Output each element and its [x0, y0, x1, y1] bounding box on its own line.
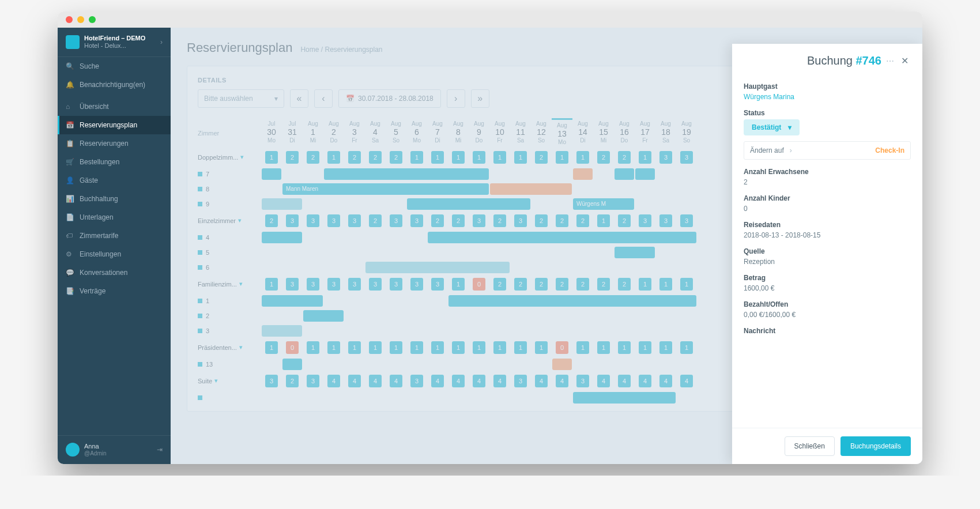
- search-icon: 🔍: [66, 62, 74, 70]
- source-value: Rezeption: [744, 258, 911, 266]
- panel-title: Buchung #746: [744, 54, 881, 67]
- brand-logo-icon: [66, 35, 80, 49]
- status-dropdown[interactable]: Bestätigt ▾: [744, 119, 800, 135]
- sidebar-item-verträge[interactable]: 📑Verträge: [58, 282, 171, 300]
- chevron-down-icon: ▾: [788, 123, 791, 131]
- chevron-right-icon: ›: [790, 146, 792, 154]
- sidebar-item-label: Konversationen: [80, 269, 127, 277]
- user-role: @Admin: [84, 450, 107, 457]
- status-value: Bestätigt: [752, 123, 781, 131]
- nav-icon: ⌂: [66, 103, 74, 111]
- sidebar-search[interactable]: 🔍 Suche: [58, 57, 171, 76]
- close-icon[interactable]: ✕: [899, 55, 911, 66]
- sidebar-item-buchhaltung[interactable]: 📊Buchhaltung: [58, 190, 171, 208]
- window-minimize-icon[interactable]: [77, 16, 84, 23]
- bell-icon: 🔔: [66, 81, 74, 89]
- checkin-button[interactable]: Check-In: [875, 146, 904, 154]
- nav-icon: 💬: [66, 269, 74, 277]
- nav-icon: 📄: [66, 213, 74, 221]
- adults-value: 2: [744, 178, 911, 186]
- more-icon[interactable]: ⋯: [886, 56, 894, 66]
- paid-label: Bezahlt/Offen: [744, 300, 911, 308]
- sidebar-item-label: Bestellungen: [80, 158, 119, 166]
- change-status-row: Ändern auf › Check-In: [744, 141, 911, 160]
- sidebar-item-reservierungen[interactable]: 📋Reservierungen: [58, 134, 171, 153]
- sidebar-item-label: Reservierungsplan: [80, 121, 137, 129]
- paid-value: 0,00 €/1600,00 €: [744, 311, 911, 319]
- sidebar-item-reservierungsplan[interactable]: 📅Reservierungsplan: [58, 116, 171, 134]
- sidebar-item-label: Gäste: [80, 176, 98, 184]
- travel-dates-value: 2018-08-13 - 2018-08-15: [744, 231, 911, 239]
- nav-icon: 📋: [66, 139, 74, 148]
- hotel-name: Hotel - Delux...: [84, 42, 156, 50]
- nav-icon: 🏷: [66, 232, 74, 240]
- children-label: Anzahl Kinder: [744, 194, 911, 202]
- sidebar-notifications[interactable]: 🔔 Benachrichtigung(en): [58, 76, 171, 94]
- nav-icon: 👤: [66, 176, 74, 184]
- booking-details-button[interactable]: Buchungsdetails: [840, 436, 911, 456]
- sidebar-search-label: Suche: [80, 62, 99, 70]
- nav-icon: 📅: [66, 121, 74, 129]
- nav-icon: 🛒: [66, 158, 74, 166]
- source-label: Quelle: [744, 247, 911, 255]
- sidebar-item-label: Buchhaltung: [80, 195, 118, 203]
- logout-icon[interactable]: ⇥: [157, 446, 163, 454]
- avatar-icon: [66, 443, 80, 457]
- user-name: Anna: [84, 443, 107, 450]
- sidebar-item-label: Unterlagen: [80, 213, 114, 221]
- amount-label: Betrag: [744, 274, 911, 282]
- guest-label: Hauptgast: [744, 82, 911, 91]
- sidebar-item-label: Einstellungen: [80, 250, 121, 258]
- note-label: Nachricht: [744, 327, 911, 335]
- nav-icon: ⚙: [66, 250, 74, 258]
- nav-icon: 📊: [66, 195, 74, 203]
- sidebar-item-bestellungen[interactable]: 🛒Bestellungen: [58, 153, 171, 171]
- sidebar-user[interactable]: Anna @Admin ⇥: [58, 435, 171, 464]
- window-titlebar: [58, 12, 922, 28]
- children-value: 0: [744, 205, 911, 213]
- window-maximize-icon[interactable]: [89, 16, 96, 23]
- guest-link[interactable]: Würgens Marina: [744, 93, 911, 101]
- app-name: HotelFriend – DEMO: [84, 35, 156, 42]
- sidebar-item-einstellungen[interactable]: ⚙Einstellungen: [58, 245, 171, 263]
- sidebar-item-konversationen[interactable]: 💬Konversationen: [58, 263, 171, 282]
- sidebar-item-label: Übersicht: [80, 103, 109, 111]
- sidebar-item-zimmertarife[interactable]: 🏷Zimmertarife: [58, 227, 171, 245]
- sidebar-item-unterlagen[interactable]: 📄Unterlagen: [58, 208, 171, 227]
- travel-dates-label: Reisedaten: [744, 221, 911, 229]
- chevron-right-icon: ›: [160, 38, 163, 46]
- close-button[interactable]: Schließen: [785, 436, 835, 456]
- booking-panel: Buchung #746 ⋯ ✕ Hauptgast Würgens Marin…: [732, 44, 922, 464]
- sidebar-item-gäste[interactable]: 👤Gäste: [58, 171, 171, 190]
- nav-icon: 📑: [66, 287, 74, 295]
- sidebar: HotelFriend – DEMO Hotel - Delux... › 🔍 …: [58, 28, 171, 464]
- sidebar-item-label: Reservierungen: [80, 139, 129, 148]
- window-close-icon[interactable]: [66, 16, 73, 23]
- sidebar-item-übersicht[interactable]: ⌂Übersicht: [58, 97, 171, 116]
- sidebar-item-label: Zimmertarife: [80, 232, 118, 240]
- amount-value: 1600,00 €: [744, 284, 911, 292]
- change-label: Ändern auf: [750, 146, 784, 154]
- sidebar-notifications-label: Benachrichtigung(en): [80, 81, 145, 89]
- sidebar-item-label: Verträge: [80, 287, 105, 295]
- hotel-selector[interactable]: HotelFriend – DEMO Hotel - Delux... ›: [58, 28, 171, 57]
- adults-label: Anzahl Erwachsene: [744, 168, 911, 176]
- status-label: Status: [744, 109, 911, 117]
